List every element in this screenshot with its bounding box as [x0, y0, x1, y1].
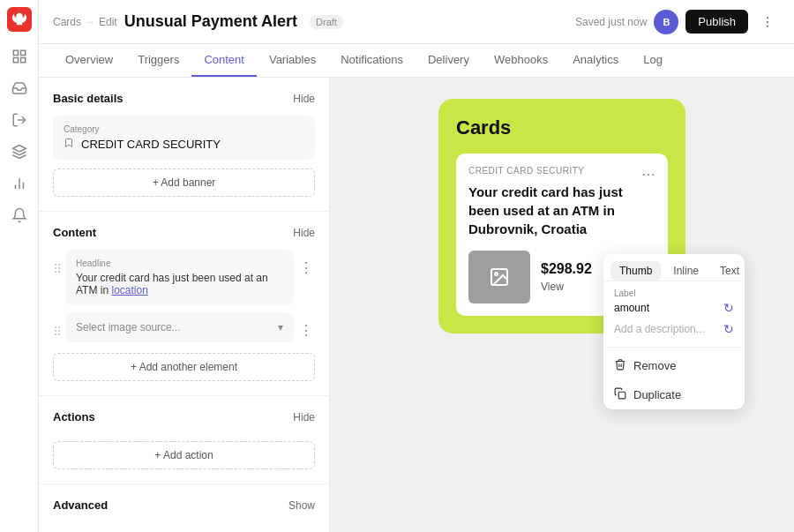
preview-area: Thumb Inline Text Label ↻ Add a descript…	[330, 78, 794, 532]
basic-details-section: Basic details Hide Category CREDIT CARD …	[39, 78, 329, 212]
popup-duplicate-item[interactable]: Duplicate	[603, 380, 745, 409]
card-preview-title: Cards	[456, 116, 668, 139]
actions-header: Actions Hide	[53, 410, 315, 423]
user-avatar[interactable]: B	[654, 10, 678, 34]
headline-text: Your credit card has just been used at a…	[76, 272, 283, 296]
publish-button[interactable]: Publish	[685, 10, 748, 34]
content-section-title: Content	[53, 226, 96, 239]
duplicate-label: Duplicate	[633, 388, 681, 401]
category-field: Category CREDIT CARD SECURITY	[53, 116, 315, 160]
tab-content[interactable]: Content	[191, 44, 257, 77]
tab-variables[interactable]: Variables	[257, 44, 328, 77]
topbar: Cards → Edit Unusual Payment Alert Draft…	[39, 0, 794, 44]
popup-label-input[interactable]	[614, 302, 723, 314]
tab-analytics[interactable]: Analytics	[560, 44, 631, 77]
advanced-section: Advanced Show	[39, 484, 329, 532]
actions-hide[interactable]: Hide	[293, 411, 315, 423]
content-section-header: Content Hide	[53, 226, 315, 239]
drag-handle-headline[interactable]: ⠿	[53, 262, 62, 276]
image-select[interactable]: Select image source... ▾	[65, 312, 294, 342]
add-banner-button[interactable]: + Add banner	[53, 169, 315, 197]
card-category: CREDIT CARD SECURITY	[468, 166, 585, 176]
headline-row: ⠿ Headline Your credit card has just bee…	[53, 250, 315, 305]
sidebar-item-analytics[interactable]	[5, 169, 34, 198]
image-menu-button[interactable]: ⋮	[297, 321, 315, 339]
card-headline: Your credit card has just been used at a…	[468, 183, 655, 238]
tab-delivery[interactable]: Delivery	[416, 44, 482, 77]
popup-refresh-button[interactable]: ↻	[723, 301, 734, 315]
sidebar-item-layers[interactable]	[5, 138, 34, 166]
add-action-button[interactable]: + Add action	[53, 441, 315, 469]
category-label: Category	[64, 124, 304, 134]
breadcrumb-edit[interactable]: Edit	[99, 16, 117, 28]
content-section-hide[interactable]: Hide	[293, 227, 315, 239]
main-content: Cards → Edit Unusual Payment Alert Draft…	[39, 0, 794, 532]
svg-marker-5	[12, 146, 26, 153]
add-element-button[interactable]: + Add another element	[53, 353, 315, 381]
image-row: ⠿ Select image source... ▾ ⋮	[53, 312, 315, 342]
sidebar-item-home[interactable]	[5, 42, 34, 71]
bookmark-icon	[64, 138, 74, 151]
breadcrumb: Cards → Edit	[53, 16, 117, 28]
actions-title: Actions	[53, 410, 95, 423]
popup-label-field: Label ↻	[603, 281, 745, 322]
headline-element: Headline Your credit card has just been …	[65, 250, 294, 305]
saved-status: Saved just now	[575, 16, 647, 28]
card-amount: $298.92	[541, 261, 592, 277]
topbar-right: Saved just now B Publish	[575, 10, 780, 34]
sidebar-item-exit[interactable]	[5, 106, 34, 134]
drag-handle-image[interactable]: ⠿	[53, 325, 62, 339]
tab-triggers[interactable]: Triggers	[125, 44, 191, 77]
popup-desc-refresh-button[interactable]: ↻	[723, 322, 734, 336]
image-select-placeholder: Select image source...	[76, 321, 181, 333]
basic-details-title: Basic details	[53, 92, 124, 105]
svg-rect-3	[20, 58, 25, 63]
popup-tab-inline[interactable]: Inline	[664, 261, 708, 281]
basic-details-hide[interactable]: Hide	[293, 93, 315, 105]
more-options-button[interactable]	[755, 10, 780, 34]
popup-label-label: Label	[614, 288, 734, 298]
popup-desc-placeholder[interactable]: Add a description...	[614, 323, 705, 335]
popup-tab-text[interactable]: Text	[711, 261, 745, 281]
breadcrumb-cards[interactable]: Cards	[53, 16, 81, 28]
advanced-show[interactable]: Show	[288, 499, 315, 512]
headline-label: Headline	[76, 259, 283, 268]
actions-section: Actions Hide + Add action	[39, 396, 329, 484]
copy-icon	[614, 387, 626, 402]
logo-icon	[11, 11, 27, 27]
svg-point-11	[767, 25, 768, 26]
svg-rect-0	[13, 50, 18, 55]
location-link[interactable]: location	[111, 284, 147, 296]
app-logo[interactable]	[7, 7, 32, 32]
popup-tab-thumb[interactable]: Thumb	[610, 261, 661, 281]
card-more-icon[interactable]: ⋯	[641, 166, 655, 183]
svg-point-9	[767, 17, 768, 19]
page-title: Unusual Payment Alert	[124, 12, 297, 31]
headline-menu-button[interactable]: ⋮	[297, 259, 315, 276]
card-amount-row: $298.92 View	[541, 261, 592, 293]
advanced-header: Advanced Show	[53, 498, 315, 512]
tab-overview[interactable]: Overview	[53, 44, 125, 77]
tab-notifications[interactable]: Notifications	[328, 44, 416, 77]
card-view-link[interactable]: View	[541, 281, 592, 293]
editor-panel: Basic details Hide Category CREDIT CARD …	[39, 78, 330, 532]
popup-divider	[603, 347, 745, 348]
sidebar-item-inbox[interactable]	[5, 74, 34, 102]
popup-remove-item[interactable]: Remove	[603, 351, 745, 380]
breadcrumb-separator: →	[85, 16, 95, 28]
svg-rect-2	[13, 58, 18, 63]
svg-point-10	[767, 21, 768, 23]
category-value: CREDIT CARD SECURITY	[81, 138, 221, 151]
dropdown-arrow-icon: ▾	[278, 321, 283, 333]
tab-webhooks[interactable]: Webhooks	[482, 44, 560, 77]
remove-label: Remove	[633, 359, 676, 372]
category-value-row: CREDIT CARD SECURITY	[64, 138, 304, 151]
popup-menu: Thumb Inline Text Label ↻ Add a descript…	[603, 254, 745, 409]
tab-log[interactable]: Log	[631, 44, 675, 77]
topbar-left: Cards → Edit Unusual Payment Alert Draft	[53, 12, 343, 31]
draft-badge: Draft	[310, 15, 343, 29]
sidebar-item-notifications[interactable]	[5, 201, 34, 229]
card-image-placeholder	[468, 251, 530, 303]
popup-tabs: Thumb Inline Text	[603, 254, 745, 281]
trash-icon	[614, 358, 626, 373]
